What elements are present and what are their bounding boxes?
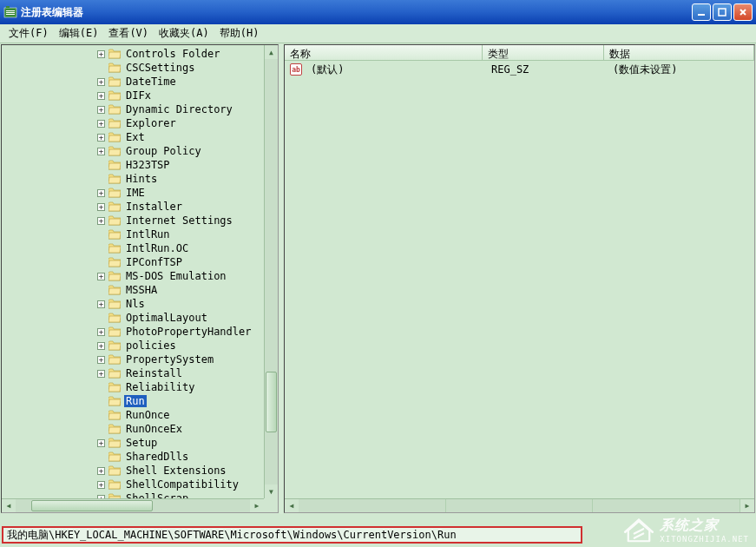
tree-item[interactable]: OptimalLayout — [97, 311, 264, 325]
tree-item-label[interactable]: RunOnce — [124, 409, 172, 421]
tree-item-label[interactable]: Internet Settings — [124, 214, 234, 227]
panel-splitter[interactable] — [279, 43, 283, 514]
menu-help[interactable]: 帮助(H) — [214, 24, 265, 43]
tree-item[interactable]: +ShellScrap — [97, 491, 264, 498]
tree-item-label[interactable]: ShellCompatibility — [124, 478, 240, 491]
expand-icon[interactable]: + — [97, 50, 105, 58]
hscroll-thumb[interactable] — [31, 500, 153, 511]
tree-item[interactable]: +Dynamic Directory — [97, 102, 264, 116]
close-button[interactable] — [733, 3, 753, 21]
tree-item-label[interactable]: MS-DOS Emulation — [124, 270, 228, 282]
scroll-right-arrow-icon[interactable]: ▶ — [250, 499, 264, 512]
expand-icon[interactable]: + — [97, 92, 105, 100]
scroll-left-arrow-icon[interactable]: ◀ — [285, 499, 299, 512]
tree-item[interactable]: +Group Policy — [97, 144, 264, 158]
tree-item[interactable]: Run — [97, 394, 264, 408]
tree-item-label[interactable]: Shell Extensions — [124, 465, 228, 477]
column-header-type[interactable]: 类型 — [483, 45, 604, 60]
expand-icon[interactable]: + — [97, 467, 105, 475]
minimize-button[interactable] — [692, 3, 711, 21]
expand-icon[interactable]: + — [97, 439, 105, 447]
expand-icon[interactable]: + — [97, 356, 105, 364]
tree-item[interactable]: IntlRun — [97, 227, 264, 241]
tree-item[interactable]: +Explorer — [97, 116, 264, 130]
tree-item-label[interactable]: MSSHA — [124, 284, 159, 296]
expand-icon[interactable]: + — [97, 134, 105, 142]
expand-icon[interactable]: + — [97, 481, 105, 489]
tree-item[interactable]: +Reinstall — [97, 366, 264, 380]
tree-item-label[interactable]: H323TSP — [124, 159, 172, 171]
expand-icon[interactable]: + — [97, 78, 105, 86]
expand-icon[interactable]: + — [97, 300, 105, 308]
tree-item[interactable]: +Installer — [97, 200, 264, 214]
expand-icon[interactable]: + — [97, 217, 105, 225]
tree-item-label[interactable]: Nls — [124, 298, 147, 310]
tree-item[interactable]: +ShellCompatibility — [97, 478, 264, 491]
expand-icon[interactable]: + — [97, 342, 105, 350]
tree-item-label[interactable]: Installer — [124, 201, 184, 213]
tree-item-label[interactable]: IPConfTSP — [124, 256, 184, 268]
tree-item-label[interactable]: Controls Folder — [124, 48, 221, 60]
list-horizontal-scrollbar[interactable]: ◀ ▶ — [285, 498, 754, 512]
tree-item[interactable]: SharedDlls — [97, 450, 264, 464]
tree-item[interactable]: +Nls — [97, 297, 264, 311]
expand-icon[interactable]: + — [97, 328, 105, 336]
expand-icon[interactable]: + — [97, 106, 105, 114]
menu-file[interactable]: 文件(F) — [3, 24, 54, 43]
tree-item[interactable]: RunOnce — [97, 408, 264, 422]
tree-item-label[interactable]: OptimalLayout — [124, 312, 209, 324]
tree-item[interactable]: CSCSettings — [97, 61, 264, 75]
tree-item-label[interactable]: Reliability — [124, 381, 196, 393]
tree-item[interactable]: +DIFx — [97, 89, 264, 102]
tree-item-label[interactable]: PropertySystem — [124, 353, 215, 366]
column-header-name[interactable]: 名称 — [285, 45, 483, 60]
tree-item[interactable]: +Internet Settings — [97, 214, 264, 227]
tree-item-label[interactable]: Setup — [124, 437, 159, 449]
tree-item[interactable]: Hints — [97, 172, 264, 186]
scroll-right-arrow-icon[interactable]: ▶ — [740, 499, 754, 512]
tree-item-label[interactable]: IntlRun — [124, 228, 172, 241]
tree-item[interactable]: +policies — [97, 339, 264, 353]
tree-item[interactable]: +MS-DOS Emulation — [97, 269, 264, 283]
tree-item[interactable]: +DateTime — [97, 75, 264, 89]
hscroll-track[interactable] — [299, 499, 740, 512]
tree-item-label[interactable]: CSCSettings — [124, 62, 196, 74]
tree-item[interactable]: +Ext — [97, 130, 264, 144]
scroll-down-arrow-icon[interactable]: ▼ — [265, 484, 278, 498]
tree-item[interactable]: +Shell Extensions — [97, 464, 264, 478]
expand-icon[interactable]: + — [97, 148, 105, 155]
tree-item-label[interactable]: IME — [124, 187, 147, 199]
list-row[interactable]: ab(默认)REG_SZ(数值未设置) — [285, 63, 754, 76]
tree-item[interactable]: +IME — [97, 186, 264, 200]
tree-item[interactable]: MSSHA — [97, 283, 264, 297]
scroll-up-arrow-icon[interactable]: ▲ — [265, 45, 278, 59]
tree-item-label[interactable]: policies — [124, 339, 178, 352]
expand-icon[interactable]: + — [97, 273, 105, 280]
tree-item[interactable]: Reliability — [97, 380, 264, 394]
tree-item-label[interactable]: Run — [124, 395, 147, 407]
tree-item[interactable]: RunOnceEx — [97, 422, 264, 436]
scroll-left-arrow-icon[interactable]: ◀ — [2, 499, 16, 512]
expand-icon[interactable]: + — [97, 189, 105, 197]
tree-item-label[interactable]: RunOnceEx — [124, 423, 184, 435]
tree-item[interactable]: IPConfTSP — [97, 255, 264, 269]
maximize-button[interactable] — [713, 3, 732, 21]
expand-icon[interactable]: + — [97, 120, 105, 128]
tree-item[interactable]: +Controls Folder — [97, 47, 264, 61]
tree-item[interactable]: IntlRun.OC — [97, 241, 264, 255]
expand-icon[interactable]: + — [97, 370, 105, 378]
expand-icon[interactable]: + — [97, 203, 105, 211]
tree-item-label[interactable]: Reinstall — [124, 367, 184, 379]
tree-item-label[interactable]: PhotoPropertyHandler — [124, 326, 253, 338]
tree-item-label[interactable]: DateTime — [124, 76, 178, 88]
tree-item-label[interactable]: Dynamic Directory — [124, 103, 234, 115]
tree-item-label[interactable]: SharedDlls — [124, 451, 190, 463]
tree-item[interactable]: +PropertySystem — [97, 353, 264, 366]
tree-item-label[interactable]: IntlRun.OC — [124, 242, 190, 254]
vscroll-thumb[interactable] — [266, 372, 277, 432]
tree-item[interactable]: H323TSP — [97, 158, 264, 172]
tree-scroll-area[interactable]: +Controls FolderCSCSettings+DateTime+DIF… — [2, 45, 264, 498]
tree-item[interactable]: +PhotoPropertyHandler — [97, 325, 264, 339]
tree-item-label[interactable]: ShellScrap — [124, 492, 190, 498]
tree-vertical-scrollbar[interactable]: ▲ ▼ — [264, 45, 278, 498]
